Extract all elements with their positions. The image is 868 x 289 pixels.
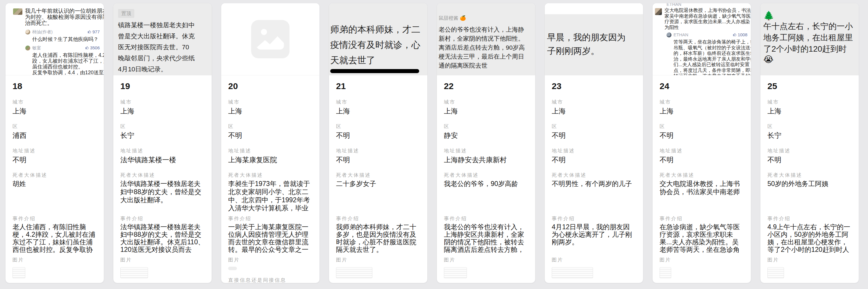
record-card-23[interactable]: 早晨，我的朋友因为 子刚刚两岁。 23 城市上海 区不明 地址描述不明 死者大体… bbox=[545, 3, 643, 283]
thumbs-up-icon bbox=[733, 33, 737, 37]
field-value-event: 我师弟的本科师妹，才二十多岁，也是因为疫情没有及时就诊，心脏不舒服送医院隔天就去… bbox=[336, 223, 420, 253]
field-value-district: 静安 bbox=[444, 131, 528, 140]
record-card-18[interactable]: 我几十年前就认识的一位胡姓朋友也是因 为封控、核酸检测等原因没有得到及时救 治而… bbox=[5, 3, 104, 283]
screenshot-text: 点，将度过几天，条件非常简陋，即将 bbox=[674, 68, 748, 73]
field-value-district: 长宁 bbox=[120, 131, 205, 140]
image-attachment-thumbnail[interactable] bbox=[12, 267, 25, 278]
field-label-image: 图片 bbox=[444, 257, 528, 263]
record-card-22[interactable]: 鼠甜橙酱 🍊 老公的爷爷也没有计入，上海静 新村，全家阴的情况下他阳性。 离酒店… bbox=[437, 3, 535, 283]
field-label-city: 城市 bbox=[444, 99, 528, 105]
image-attachment-thumbnail[interactable] bbox=[120, 267, 148, 278]
field-value-district: 不明 bbox=[659, 131, 744, 140]
screenshot-text: 转运至方舱，连夫君去了都来不及好好 bbox=[674, 73, 748, 75]
record-number: 20 bbox=[228, 81, 312, 91]
field-value-event: 在急诊病逝，缺少氧气等医疗资源，哀求医生求职未果...夫人亦感染为阳性。吴老师苦… bbox=[659, 223, 744, 253]
field-value-city: 上海 bbox=[659, 107, 744, 115]
image-attachment-thumbnail[interactable] bbox=[336, 267, 372, 278]
record-card-19[interactable]: 置顶 镇路某楼一楼独居老夫妇中 曾是交大出版社翻译。休克 医无对接医院而去世。7… bbox=[113, 3, 212, 283]
field-value-city: 上海 bbox=[120, 107, 205, 115]
field-label-address: 地址描述 bbox=[228, 148, 312, 154]
field-value-deceased: 法华镇路某楼一楼独居老夫妇中88岁的丈夫，曾经是交大出版社翻译。 bbox=[120, 180, 205, 212]
thumbs-up-icon bbox=[85, 45, 89, 50]
field-value-district: 长宁 bbox=[768, 131, 852, 140]
field-label-event: 事件介绍 bbox=[228, 216, 312, 222]
screenshot-text: 跤，女儿被封在浦东过不了江，妹妹们 bbox=[32, 58, 101, 64]
screenshot-text: 老人住浦西，有陈旧性脑梗，4.2摔 bbox=[32, 52, 101, 58]
screenshot-text: 了2个小时的120赶到时 bbox=[763, 43, 859, 55]
gallery-board: 我几十年前就认识的一位胡姓朋友也是因 为封控、核酸检测等原因没有得到及时救 治而… bbox=[0, 0, 868, 283]
image-attachment-thumbnail[interactable] bbox=[659, 267, 671, 278]
record-cover: 置顶 镇路某楼一楼独居老夫妇中 曾是交大出版社翻译。休克 医无对接医院而去世。7… bbox=[113, 3, 212, 75]
field-label-district: 区 bbox=[552, 123, 636, 130]
image-attachment-thumbnail[interactable] bbox=[444, 267, 467, 278]
field-label-image: 图片 bbox=[12, 257, 97, 263]
field-value-district: 浦西 bbox=[12, 131, 97, 140]
screenshot-text: 家吴中南老师在急诊病逝，缺少氧气等医 bbox=[664, 13, 751, 19]
field-label-deceased: 死者大体描述 bbox=[120, 172, 205, 178]
like-count: 3506 bbox=[85, 45, 100, 50]
field-label-district: 区 bbox=[228, 123, 312, 130]
record-card-25[interactable]: 🌲 午十点左右，长宁的一小 地务工阿姨，在出租屋里 了2个小时的120赶到时 😭… bbox=[760, 3, 859, 283]
image-attachment-thumbnail[interactable] bbox=[768, 267, 784, 278]
record-card-20[interactable]: 20 城市上海 区不明 地址描述上海某康复医院 死者大体描述李昶生于1973年，… bbox=[221, 3, 320, 283]
field-value-deceased: 二十多岁女子 bbox=[336, 180, 420, 212]
field-value-event: 一则关于上海某康复医院一位病人因疫情管理无人护理而去世的文章在微信群里流转。最早… bbox=[228, 223, 312, 253]
attached-screenshot: 置顶 镇路某楼一楼独居老夫妇中 曾是交大出版社翻译。休克 医无对接医院而去世。7… bbox=[113, 3, 212, 75]
screenshot-text: 新村，全家阴的情况下他阳性。 bbox=[439, 34, 535, 43]
field-value-deceased: 50岁的外地务工阿姨 bbox=[768, 180, 852, 212]
screenshot-text: 地务工阿姨，在出租屋里 bbox=[763, 32, 859, 43]
record-cover: 鼠甜橙酱 🍊 老公的爷爷也没有计入，上海静 新村，全家阴的情况下他阳性。 离酒店… bbox=[437, 3, 535, 75]
record-cover: 师弟的本科师妹，才二 疫情没有及时就诊，心 天就去世了 bbox=[329, 3, 427, 75]
thumbs-up-icon bbox=[87, 30, 92, 34]
field-label-district: 区 bbox=[659, 123, 744, 130]
field-label-city: 城市 bbox=[336, 99, 420, 105]
commenter-name: 柿油(作者) bbox=[32, 29, 53, 34]
field-label-address: 地址描述 bbox=[444, 148, 528, 154]
field-label-image: 图片 bbox=[120, 257, 205, 263]
record-card-24[interactable]: ETHAN 交大电院退休教授，上海书协会员，书法 家吴中南老师在急诊病逝，缺少氧… bbox=[652, 3, 751, 283]
field-label-district: 区 bbox=[768, 123, 852, 130]
field-label-event: 事件介绍 bbox=[12, 216, 97, 222]
image-attachment-thumbnail[interactable] bbox=[552, 267, 593, 278]
field-label-image: 图片 bbox=[228, 257, 312, 263]
field-label-city: 城市 bbox=[12, 99, 97, 105]
attached-screenshot: 早晨，我的朋友因为 子刚刚两岁。 bbox=[545, 14, 643, 75]
field-value-district: 不明 bbox=[336, 131, 420, 140]
record-number: 25 bbox=[768, 81, 852, 91]
commenter-name: ETHAN bbox=[666, 3, 748, 7]
field-value-event: 4.9上午十点左右，长宁的一小区内，50岁的外地务工阿姨，在出租屋里心梗发作，等… bbox=[768, 223, 852, 253]
avatar bbox=[13, 8, 22, 15]
field-label-event: 事件介绍 bbox=[336, 216, 420, 222]
commenter-name: 敏宴 bbox=[32, 45, 41, 50]
field-value-district: 不明 bbox=[228, 131, 312, 140]
field-label-info-type: 直接信息还是间接信息 bbox=[228, 277, 312, 283]
field-label-city: 城市 bbox=[120, 99, 205, 105]
image-attachment-thumbnail[interactable] bbox=[228, 267, 237, 270]
record-card-21[interactable]: 师弟的本科师妹，才二 疫情没有及时就诊，心 天就去世了 21 城市上海 区不明 … bbox=[329, 3, 428, 283]
avatar bbox=[25, 45, 30, 50]
field-label-district: 区 bbox=[120, 123, 205, 130]
field-value-city: 上海 bbox=[768, 107, 852, 115]
field-value-event: 法华镇路某楼一楼独居老夫妇中88岁的丈夫，曾经是交大出版社翻译。休克后110、1… bbox=[120, 223, 205, 253]
field-value-address: 上海静安去共康新村 bbox=[444, 155, 528, 164]
field-label-deceased: 死者大体描述 bbox=[552, 172, 636, 178]
screenshot-text: 梗无法去三甲，最后在上个周日 bbox=[439, 52, 535, 61]
record-cover: 早晨，我的朋友因为 子刚刚两岁。 bbox=[545, 3, 643, 75]
screenshot-text: 曾是交大出版社翻译。休克 bbox=[118, 31, 212, 42]
field-label-deceased: 死者大体描述 bbox=[659, 172, 744, 178]
field-label-address: 地址描述 bbox=[659, 148, 744, 154]
screenshot-text: 通的隔离医院去世 bbox=[439, 61, 535, 70]
screenshot-text: 疗资源，哀求医生救治未果...夫人亦感染 bbox=[664, 19, 751, 25]
field-value-city: 上海 bbox=[444, 107, 528, 115]
screenshot-text: 老公的爷爷也没有计入，上海静 bbox=[439, 25, 535, 34]
field-label-city: 城市 bbox=[768, 99, 852, 105]
field-value-city: 上海 bbox=[228, 107, 312, 115]
screenshot-text: 离酒店后差点转去方舱，90岁高 bbox=[439, 43, 535, 52]
field-label-address: 地址描述 bbox=[552, 148, 636, 154]
record-cover bbox=[221, 3, 319, 75]
field-label-event: 事件介绍 bbox=[552, 216, 636, 222]
field-label-deceased: 死者大体描述 bbox=[444, 172, 528, 178]
field-value-address: 不明 bbox=[659, 155, 744, 164]
field-label-deceased: 死者大体描述 bbox=[12, 172, 97, 178]
field-label-event: 事件介绍 bbox=[444, 216, 528, 222]
